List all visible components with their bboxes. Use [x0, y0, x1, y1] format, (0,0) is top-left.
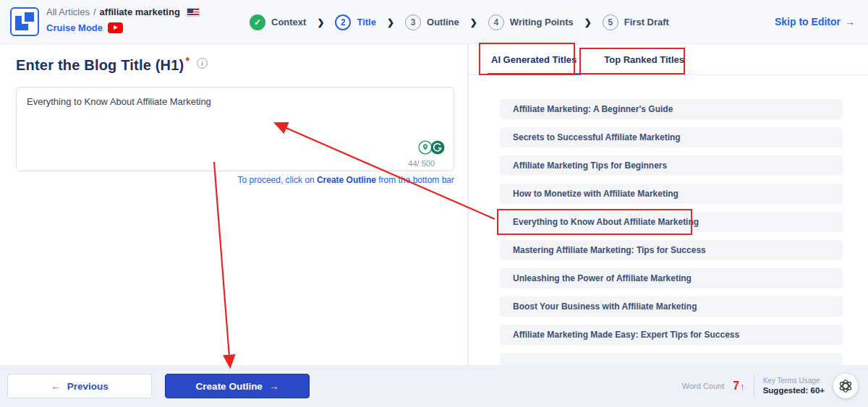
youtube-icon[interactable] — [108, 22, 123, 33]
tab-label: AI Generated Titles — [491, 54, 576, 65]
hint-create-outline: Create Outline — [317, 175, 376, 185]
breadcrumb-current-article: affiliate marketing — [100, 7, 180, 17]
list-item[interactable]: Affiliate Marketing: A Beginner's Guide — [500, 99, 843, 119]
breadcrumb-separator: / — [93, 7, 96, 17]
progress-stepper: ✓ Context ❯ 2 Title ❯ 3 Outline ❯ 4 Writ… — [250, 0, 669, 44]
left-arrow-icon: ← — [51, 381, 61, 392]
word-count-label: Word Count — [682, 382, 725, 390]
key-terms-value: Suggested: 60+ — [763, 385, 825, 395]
skip-to-editor-link[interactable]: Skip to Editor → — [775, 16, 855, 27]
divider — [754, 374, 754, 398]
chevron-right-icon: ❯ — [470, 17, 477, 27]
titles-list: Affiliate Marketing: A Beginner's GuideS… — [500, 99, 843, 365]
key-terms-usage: Key Terms Usage Suggested: 60+ — [763, 377, 825, 396]
title-text: Unleashing the Power of Affiliate Market… — [513, 273, 692, 283]
title-text: Boost Your Business with Affiliate Marke… — [513, 301, 697, 312]
tab-label: Top Ranked Titles — [604, 54, 684, 65]
title-text: Affiliate Marketing Made Easy: Expert Ti… — [513, 330, 739, 340]
required-mark: * — [185, 55, 190, 67]
step-number: 4 — [488, 14, 504, 30]
app-logo[interactable] — [10, 7, 39, 36]
cruise-mode-label: Cruise Mode — [46, 22, 103, 33]
header: All Articles / affiliate marketing Cruis… — [0, 0, 868, 44]
openai-icon[interactable] — [833, 374, 858, 398]
step-outline[interactable]: 3 Outline — [405, 14, 459, 30]
logo-shape — [15, 16, 22, 30]
tab-ai-generated-titles[interactable]: AI Generated Titles — [487, 44, 581, 75]
create-outline-button[interactable]: Create Outline → — [165, 374, 310, 398]
list-item[interactable]: Secrets to Successful Affiliate Marketin… — [500, 127, 843, 147]
step-label: First Draft — [624, 17, 669, 27]
list-item[interactable]: How to Monetize with Affiliate Marketing — [500, 184, 843, 204]
step-label: Writing Points — [510, 17, 574, 27]
grammarly-icon[interactable] — [430, 140, 445, 155]
char-count: 44/ 500 — [408, 159, 435, 168]
tab-top-ranked-titles[interactable]: Top Ranked Titles — [600, 44, 689, 75]
title-suggestions-pane: AI Generated Titles Top Ranked Titles Af… — [468, 44, 868, 365]
list-item[interactable]: Boost Your Business with Affiliate Marke… — [500, 296, 843, 317]
chevron-right-icon: ❯ — [387, 17, 394, 27]
logo-shape — [22, 24, 28, 30]
step-title[interactable]: 2 Title — [335, 14, 376, 30]
step-label: Title — [357, 17, 376, 27]
list-item[interactable]: Everything to Know About Affiliate Marke… — [500, 212, 843, 232]
key-terms-label: Key Terms Usage — [763, 377, 825, 386]
title-text: Secrets to Successful Affiliate Marketin… — [513, 132, 681, 142]
step-number: 5 — [603, 14, 618, 30]
step-label: Context — [271, 17, 306, 27]
us-flag-icon — [187, 8, 200, 17]
info-icon[interactable] — [197, 58, 208, 69]
step-writing-points[interactable]: 4 Writing Points — [488, 14, 574, 30]
page-title: Enter the Blog Title (H1)* — [16, 55, 190, 74]
proceed-hint: To proceed, click on Create Outline from… — [16, 175, 454, 185]
skip-label: Skip to Editor — [775, 16, 841, 27]
blog-title-input[interactable]: Everything to Know About Affiliate Marke… — [16, 87, 454, 171]
right-arrow-icon: → — [845, 16, 855, 27]
previous-button[interactable]: ← Previous — [7, 374, 152, 398]
list-item[interactable]: Mastering Affiliate Marketing: Tips for … — [500, 240, 843, 260]
step-context[interactable]: ✓ Context — [250, 14, 306, 30]
title-text: How to Monetize with Affiliate Marketing — [513, 189, 678, 199]
up-arrow-icon: ↑ — [740, 381, 745, 392]
right-arrow-icon: → — [269, 381, 279, 392]
list-item[interactable]: Affiliate Marketing Made Easy: Expert Ti… — [500, 325, 843, 345]
logo-shape — [25, 12, 34, 22]
breadcrumb-all-articles[interactable]: All Articles — [46, 7, 90, 17]
title-text: Affiliate Marketing Tips for Beginners — [513, 160, 667, 171]
word-count-value: 7↑ — [733, 380, 744, 393]
breadcrumb: All Articles / affiliate marketing Cruis… — [46, 7, 200, 33]
create-outline-label: Create Outline — [196, 381, 263, 392]
step-number: 3 — [405, 14, 421, 30]
bottom-bar: ← Previous Create Outline → Word Count 7… — [0, 365, 868, 407]
list-item-partial[interactable] — [500, 353, 843, 365]
list-item[interactable]: Affiliate Marketing Tips for Beginners — [500, 155, 843, 176]
title-text: Affiliate Marketing: A Beginner's Guide — [513, 104, 673, 114]
step-first-draft[interactable]: 5 First Draft — [603, 14, 669, 30]
chevron-right-icon: ❯ — [584, 17, 592, 27]
step-number: 2 — [335, 14, 351, 30]
check-icon: ✓ — [250, 14, 265, 30]
list-item[interactable]: Unleashing the Power of Affiliate Market… — [500, 268, 843, 288]
cruise-mode-page: All Articles / affiliate marketing Cruis… — [0, 0, 868, 407]
chevron-right-icon: ❯ — [317, 17, 324, 27]
previous-label: Previous — [67, 381, 109, 392]
step-label: Outline — [427, 17, 459, 27]
blog-title-value: Everything to Know About Affiliate Marke… — [17, 87, 454, 116]
title-editor-pane: Enter the Blog Title (H1)* Everything to… — [0, 44, 467, 365]
title-text: Everything to Know About Affiliate Marke… — [513, 217, 699, 227]
suggestion-tabs: AI Generated Titles Top Ranked Titles — [469, 44, 868, 75]
title-text: Mastering Affiliate Marketing: Tips for … — [513, 245, 706, 255]
